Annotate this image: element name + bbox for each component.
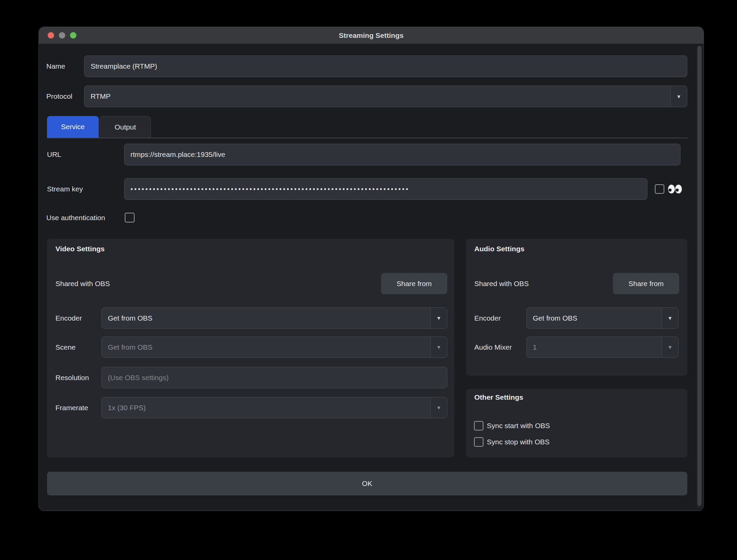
video-settings-panel: Video Settings Shared with OBS Share fro… [47, 239, 454, 458]
video-framerate-label: Framerate [55, 397, 88, 418]
scrollbar-thumb[interactable] [697, 46, 702, 506]
scrollbar[interactable] [697, 45, 702, 508]
minimize-button[interactable] [59, 32, 65, 39]
close-button[interactable] [48, 32, 54, 39]
tab-divider [47, 138, 687, 138]
audio-mixer-value: 1 [533, 343, 658, 351]
video-resolution-input[interactable]: (Use OBS settings) [101, 367, 447, 388]
other-settings-panel: Other Settings Sync start with OBS Sync … [466, 389, 687, 458]
show-stream-key-checkbox[interactable] [655, 184, 664, 194]
protocol-value: RTMP [91, 92, 666, 100]
video-framerate-select[interactable]: 1x (30 FPS) ▼ [101, 397, 447, 418]
audio-shared-with-obs-label: Shared with OBS [474, 273, 529, 294]
sync-start-label: Sync start with OBS [487, 421, 550, 430]
sync-stop-checkbox[interactable] [474, 437, 483, 447]
video-encoder-value: Get from OBS [108, 314, 426, 322]
video-share-from-button[interactable]: Share from [381, 273, 447, 294]
chevron-down-icon: ▼ [662, 337, 678, 357]
other-settings-title: Other Settings [474, 393, 523, 401]
audio-mixer-select[interactable]: 1 ▼ [526, 336, 679, 358]
chevron-down-icon: ▼ [430, 308, 447, 328]
ok-button[interactable]: OK [47, 472, 687, 495]
sync-start-checkbox[interactable] [474, 421, 483, 430]
video-resolution-placeholder: (Use OBS settings) [108, 374, 169, 382]
tab-output[interactable]: Output [100, 116, 151, 138]
name-input[interactable]: Streamplace (RTMP) [84, 55, 687, 77]
stream-key-masked-value: ••••••••••••••••••••••••••••••••••••••••… [130, 185, 409, 193]
chevron-down-icon: ▼ [430, 397, 447, 418]
video-resolution-label: Resolution [55, 367, 89, 388]
chevron-down-icon: ▼ [670, 86, 687, 107]
audio-settings-title: Audio Settings [474, 245, 524, 253]
audio-share-from-button[interactable]: Share from [613, 273, 679, 294]
video-scene-label: Scene [55, 336, 76, 358]
video-encoder-select[interactable]: Get from OBS ▼ [101, 307, 447, 329]
tab-service[interactable]: Service [47, 116, 99, 138]
traffic-lights [48, 27, 76, 44]
use-authentication-checkbox[interactable] [125, 213, 135, 223]
video-scene-select[interactable]: Get from OBS ▼ [101, 336, 447, 358]
chevron-down-icon: ▼ [662, 308, 678, 328]
url-label: URL [47, 144, 61, 165]
titlebar: Streaming Settings [39, 27, 704, 44]
zoom-button[interactable] [70, 32, 76, 39]
audio-settings-panel: Audio Settings Shared with OBS Share fro… [466, 239, 687, 376]
video-scene-value: Get from OBS [108, 343, 426, 351]
protocol-select[interactable]: RTMP ▼ [84, 86, 687, 107]
sync-stop-label: Sync stop with OBS [487, 437, 550, 447]
url-input[interactable]: rtmps://stream.place:1935/live [124, 144, 681, 165]
eyes-icon [667, 183, 683, 195]
window-title: Streaming Settings [339, 31, 403, 40]
audio-encoder-select[interactable]: Get from OBS ▼ [526, 307, 679, 329]
video-shared-with-obs-label: Shared with OBS [55, 273, 110, 294]
audio-encoder-label: Encoder [474, 307, 501, 329]
video-framerate-value: 1x (30 FPS) [108, 404, 426, 412]
stream-key-label: Stream key [47, 178, 83, 200]
chevron-down-icon: ▼ [430, 337, 447, 357]
streaming-settings-window: Streaming Settings Name Streamplace (RTM… [39, 27, 704, 511]
protocol-label: Protocol [46, 86, 72, 107]
use-authentication-label: Use authentication [46, 213, 105, 223]
audio-mixer-label: Audio Mixer [474, 336, 512, 358]
audio-encoder-value: Get from OBS [533, 314, 658, 322]
video-encoder-label: Encoder [55, 307, 82, 329]
video-settings-title: Video Settings [55, 245, 104, 253]
name-label: Name [46, 55, 65, 77]
stream-key-input[interactable]: ••••••••••••••••••••••••••••••••••••••••… [124, 178, 647, 200]
